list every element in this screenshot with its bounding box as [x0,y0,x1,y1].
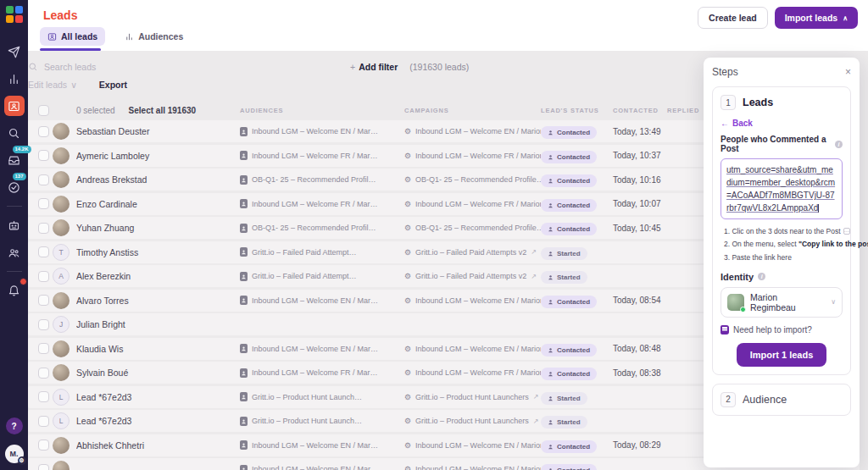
row-checkbox[interactable] [38,464,49,470]
campaign-cell[interactable]: ⚙ Gritt.io – Failed Paid Attempts v2 ↗ [404,248,541,257]
step-number: 2 [721,392,736,407]
status-badge: Contacted [541,174,597,187]
close-icon[interactable]: × [845,67,851,77]
reports-icon[interactable] [4,69,25,89]
campaign-cell[interactable]: ⚙ Inbound LGM – Welcome FR / Marion ↗ [404,368,541,377]
row-checkbox[interactable] [38,246,49,257]
lead-name[interactable]: Aymeric Lamboley [76,151,240,161]
row-checkbox[interactable] [38,271,49,282]
gear-icon: ⚙ [404,393,411,401]
import-leads-button[interactable]: Import leads ∧ [775,7,858,29]
step-2-box[interactable]: 2 Audience [712,384,851,416]
help-button[interactable]: ? [6,417,23,434]
lead-name[interactable]: Alex Berezkin [76,271,240,281]
info-icon[interactable]: i [758,273,765,280]
campaign-cell[interactable]: ⚙ OB-Q1- 25 – Recommended Profile… ↗ [404,175,541,184]
gear-icon: ⚙ [404,248,411,257]
campaign-cell[interactable]: ⚙ Gritt.io – Product Hunt Launchers ↗ [404,417,541,425]
campaign-cell[interactable]: ⚙ Inbound LGM – Welcome FR / Marion ↗ [404,200,541,208]
select-all-checkbox[interactable] [38,105,49,116]
row-checkbox[interactable] [38,319,49,330]
instruction-line: 1. Clic on the 3 dots near to the Post⋯ [724,225,843,238]
instruction-line: 3. Paste the link here [724,252,843,264]
campaign-cell[interactable]: ⚙ Inbound LGM – Welcome EN / Marion ↗ [404,127,541,135]
row-checkbox[interactable] [38,174,49,185]
lead-name[interactable]: Julian Bright [76,319,240,329]
lead-name[interactable]: Yuhan Zhuang [76,223,240,233]
add-filter-button[interactable]: + Add filter [350,62,398,72]
row-checkbox[interactable] [38,223,49,234]
tasks-icon[interactable]: 137 [4,177,25,197]
lead-name[interactable]: Klaudia Wis [76,344,240,354]
campaign-cell[interactable]: ⚙ Inbound LGM – Welcome EN / Marion ↗ [404,465,541,470]
audience-cell[interactable]: Inbound LGM – Welcome EN / Mar… [240,296,404,305]
lead-name[interactable]: Lead *67e2d3 [76,416,240,426]
row-checkbox[interactable] [38,295,49,306]
search-icon[interactable] [4,123,25,143]
audience-cell[interactable]: Inbound LGM – Welcome FR / Mar… [240,199,404,208]
gear-icon: ⚙ [404,368,411,377]
search-input[interactable]: Search leads [28,62,198,72]
notifications-bell-icon[interactable] [4,280,25,301]
status-badge: Started [541,416,587,429]
lead-name[interactable]: Andreas Brekstad [76,174,240,185]
team-icon[interactable] [4,242,25,263]
row-checkbox[interactable] [38,343,49,354]
app-logo[interactable] [6,6,23,23]
audience-cell[interactable]: OB-Q1- 25 – Recommended Profil… [240,175,404,185]
campaign-cell[interactable]: ⚙ Inbound LGM – Welcome EN / Marion ↗ [404,296,541,305]
lead-name[interactable]: Timothy Anstiss [76,247,240,257]
audience-cell[interactable]: Inbound LGM – Welcome EN / Mar… [240,127,404,136]
audience-cell[interactable]: Inbound LGM – Welcome EN / Mar… [240,465,404,470]
user-avatar[interactable]: M. ⚙ [5,445,24,463]
export-button[interactable]: Export [99,80,127,90]
campaign-cell[interactable]: ⚙ Gritt.io – Failed Paid Attempts v2 ↗ [404,272,541,280]
select-all-link[interactable]: Select all 191630 [129,106,197,115]
campaign-cell[interactable]: ⚙ Gritt.io – Product Hunt Launchers ↗ [404,393,541,401]
row-checkbox[interactable] [38,440,49,451]
post-url-input[interactable]: utm_source=share&utm_medium=member_deskt… [721,158,843,219]
campaign-cell[interactable]: ⚙ Inbound LGM – Welcome EN / Marion ↗ [404,441,541,450]
row-checkbox[interactable] [38,368,49,379]
audience-cell[interactable]: Inbound LGM – Welcome EN / Mar… [240,344,404,353]
leads-icon[interactable] [4,96,25,116]
lead-name[interactable]: Lead *67e2d3 [76,392,240,402]
lead-name[interactable]: Sylvain Boué [76,368,240,378]
row-checkbox[interactable] [38,126,49,137]
edit-leads-button[interactable]: Edit leads ∨ [28,80,77,90]
help-to-import-link[interactable]: Need help to import? [721,325,843,335]
lead-name[interactable]: Alvaro Torres [76,296,240,306]
audience-cell[interactable]: Inbound LGM – Welcome FR / Mar… [240,151,404,160]
back-button[interactable]: ← Back [721,119,843,128]
audience-cell[interactable]: Gritt.io – Failed Paid Attempt… [240,272,404,281]
audience-cell[interactable]: Gritt.io – Product Hunt Launch… [240,417,404,426]
lead-name[interactable]: Enzo Cardinale [76,199,240,209]
tab-all-leads[interactable]: All leads [40,27,105,46]
lead-name[interactable]: Abhishek Chhetri [76,440,240,451]
lead-name[interactable]: Sebastian Deuster [76,126,240,136]
audience-cell[interactable]: Inbound LGM – Welcome EN / Mar… [240,440,404,450]
bot-icon[interactable] [4,215,25,235]
person-icon [548,371,554,377]
row-checkbox[interactable] [38,150,49,161]
identity-select[interactable]: Marion Regimbeau ∨ [721,287,843,318]
row-checkbox[interactable] [38,391,49,402]
lead-avatar [53,437,70,454]
audience-cell[interactable]: Gritt.io – Product Hunt Launch… [240,392,404,401]
tab-audiences[interactable]: Audiences [117,27,191,46]
row-checkbox[interactable] [38,416,49,427]
import-1-leads-button[interactable]: Import 1 leads [737,343,827,367]
campaigns-icon[interactable] [4,41,25,62]
audience-cell[interactable]: Gritt.io – Failed Paid Attempt… [240,247,404,257]
campaign-cell[interactable]: ⚙ Inbound LGM – Welcome EN / Marion ↗ [404,345,541,353]
row-checkbox[interactable] [38,198,49,209]
info-icon[interactable]: i [835,141,843,148]
audience-cell[interactable]: OB-Q1- 25 – Recommended Profil… [240,224,404,233]
campaign-cell[interactable]: ⚙ Inbound LGM – Welcome FR / Marion ↗ [404,152,541,160]
contacted-cell: Today, 10:45 [613,224,667,233]
audience-cell[interactable]: Inbound LGM – Welcome FR / Mar… [240,368,404,378]
campaign-cell[interactable]: ⚙ OB-Q1- 25 – Recommended Profile… ↗ [404,224,541,232]
create-lead-button[interactable]: Create lead [698,7,768,29]
sidebar-divider [7,206,22,207]
inbox-icon[interactable]: 14.2K [4,150,25,170]
